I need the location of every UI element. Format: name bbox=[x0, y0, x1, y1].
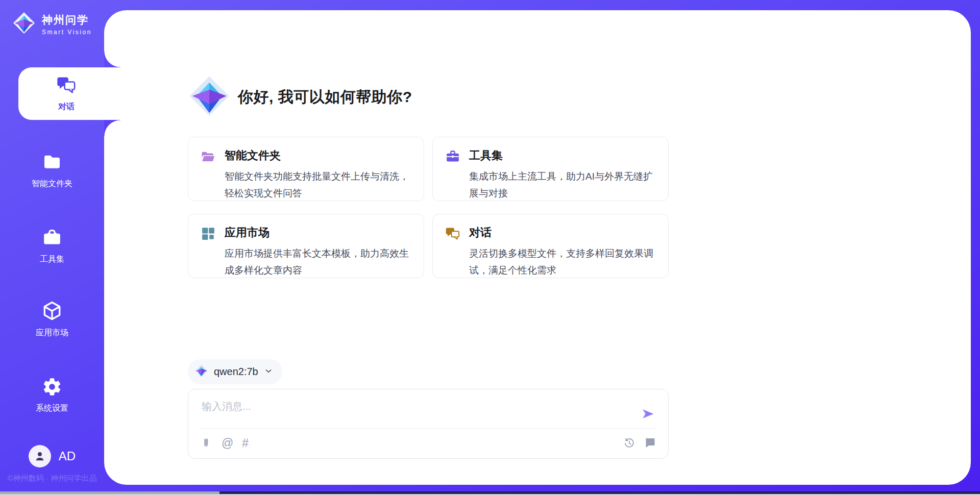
model-selector[interactable]: qwen2:7b bbox=[188, 359, 282, 384]
main-content: 你好, 我可以如何帮助你? 智能文件夹 智能文件夹功能支持批量文件上传与清洗，轻… bbox=[188, 75, 669, 459]
composer-divider bbox=[200, 428, 657, 429]
card-title: 对话 bbox=[469, 225, 656, 240]
chevron-down-icon bbox=[264, 366, 273, 378]
card-description: 灵活切换多模型文件，支持多样回复效果调试，满足个性化需求 bbox=[469, 245, 656, 279]
card-title: 智能文件夹 bbox=[225, 148, 411, 163]
sidebar-item-app-market[interactable]: 应用市场 bbox=[0, 300, 104, 338]
sidebar-item-label: 工具集 bbox=[40, 254, 64, 265]
sidebar-item-smart-folder[interactable]: 智能文件夹 bbox=[0, 152, 104, 189]
card-title: 工具集 bbox=[469, 148, 656, 163]
avatar bbox=[29, 445, 51, 467]
composer-tools-left: @ # bbox=[202, 436, 249, 450]
greeting-diamond-logo-icon bbox=[188, 75, 231, 119]
history-icon bbox=[623, 437, 635, 449]
chat-icon bbox=[445, 225, 460, 267]
chat-square-button[interactable] bbox=[644, 436, 656, 450]
sidebar-item-settings[interactable]: 系统设置 bbox=[0, 377, 104, 414]
gear-icon bbox=[42, 377, 62, 399]
hashtag-icon: # bbox=[242, 436, 249, 450]
grid-icon bbox=[201, 225, 216, 267]
brand-tagline: Smart Vision bbox=[42, 29, 92, 36]
hashtag-button[interactable]: # bbox=[242, 436, 249, 450]
sidebar-item-label: 应用市场 bbox=[36, 328, 68, 338]
card-description: 智能文件夹功能支持批量文件上传与清洗，轻松实现文件问答 bbox=[225, 168, 411, 202]
send-button[interactable] bbox=[641, 407, 655, 421]
active-tab-fillet-top bbox=[104, 51, 120, 67]
briefcase-icon bbox=[445, 148, 460, 190]
card-chat[interactable]: 对话 灵活切换多模型文件，支持多样回复效果调试，满足个性化需求 bbox=[432, 214, 669, 278]
card-description: 应用市场提供丰富长文本模板，助力高效生成多样化文章内容 bbox=[225, 245, 411, 279]
diamond-logo-icon bbox=[194, 364, 208, 380]
folder-open-icon bbox=[201, 148, 216, 190]
user-name: AD bbox=[59, 449, 76, 463]
attachment-icon bbox=[202, 437, 213, 449]
history-button[interactable] bbox=[623, 436, 635, 450]
sidebar-footer: ©神州数码 · 神州问学出品 bbox=[0, 474, 104, 483]
user-menu[interactable]: AD bbox=[0, 444, 104, 468]
composer: @ # bbox=[188, 389, 669, 459]
greeting: 你好, 我可以如何帮助你? bbox=[188, 75, 669, 119]
brand-name: 神州问学 bbox=[42, 13, 92, 27]
cube-icon bbox=[41, 300, 63, 324]
briefcase-icon bbox=[41, 228, 63, 250]
card-description: 集成市场上主流工具，助力AI与外界无缝扩展与对接 bbox=[469, 168, 656, 202]
composer-tools-right bbox=[623, 436, 656, 450]
chat-square-icon bbox=[644, 437, 656, 449]
card-app-market[interactable]: 应用市场 应用市场提供丰富长文本模板，助力高效生成多样化文章内容 bbox=[188, 214, 424, 278]
send-icon bbox=[641, 407, 655, 421]
model-name: qwen2:7b bbox=[214, 366, 258, 378]
card-toolset[interactable]: 工具集 集成市场上主流工具，助力AI与外界无缝扩展与对接 bbox=[432, 137, 669, 201]
sidebar-item-chat[interactable]: 对话 bbox=[18, 67, 114, 120]
chat-icon bbox=[56, 75, 77, 97]
mention-icon: @ bbox=[222, 436, 233, 450]
sidebar-item-label: 智能文件夹 bbox=[32, 179, 72, 189]
card-title: 应用市场 bbox=[225, 225, 411, 240]
brand: 神州问学 Smart Vision bbox=[12, 11, 92, 37]
attachment-button[interactable] bbox=[202, 436, 213, 450]
sidebar-item-toolset[interactable]: 工具集 bbox=[0, 228, 104, 265]
horizontal-scrollbar[interactable] bbox=[0, 491, 980, 495]
mention-button[interactable]: @ bbox=[222, 436, 233, 450]
feature-cards: 智能文件夹 智能文件夹功能支持批量文件上传与清洗，轻松实现文件问答 工具集 集成… bbox=[188, 137, 669, 278]
sidebar-item-label: 对话 bbox=[58, 102, 75, 112]
sidebar-item-label: 系统设置 bbox=[36, 403, 68, 414]
active-tab-fillet-bottom bbox=[104, 120, 120, 136]
message-input[interactable] bbox=[202, 400, 620, 426]
brand-diamond-logo-icon bbox=[12, 11, 36, 37]
greeting-title: 你好, 我可以如何帮助你? bbox=[238, 87, 412, 108]
folder-icon bbox=[41, 152, 63, 175]
card-smart-folder[interactable]: 智能文件夹 智能文件夹功能支持批量文件上传与清洗，轻松实现文件问答 bbox=[188, 137, 424, 201]
